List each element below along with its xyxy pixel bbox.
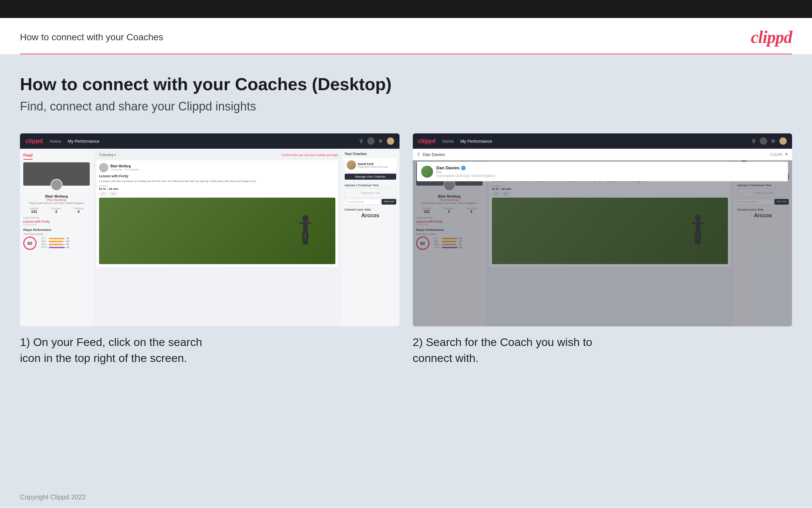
post-duration: Duration 01 hr : 30 min <box>99 184 335 190</box>
trackman-input-1[interactable]: Trackman Link <box>345 199 381 205</box>
user-avatar-icon-2 <box>779 137 787 145</box>
post-title: Lesson with Fordy <box>99 174 335 178</box>
activity-date: 03 Aug 2022 <box>23 223 90 225</box>
clear-button[interactable]: CLEAR <box>770 153 782 156</box>
upload-section-2: Upload a Trackman Test Trackman Link Tra… <box>737 184 789 205</box>
profile-handicap: Plus Handicap <box>23 198 90 202</box>
svg-rect-9 <box>700 222 704 224</box>
svg-rect-10 <box>694 232 698 245</box>
coaches-title-1: Your Coaches <box>345 152 396 156</box>
mock-logo-2: clippd <box>418 138 436 145</box>
bar-ott: OTT 90 <box>41 237 69 240</box>
golfer-image-2 <box>492 198 728 264</box>
control-link[interactable]: Control who can see your activity and da… <box>282 153 338 157</box>
post-date: Yesterday · Sunningdale <box>110 168 139 171</box>
post-tags-2: OTT APP <box>492 192 728 196</box>
profile-hero <box>23 162 90 186</box>
svg-point-0 <box>302 215 308 221</box>
close-search-button[interactable]: × <box>785 152 788 157</box>
post-header: Blair McHarg Yesterday · Sunningdale <box>99 163 335 172</box>
activities-label: Activities <box>30 207 39 210</box>
result-avatar <box>421 166 433 178</box>
following-value: 4 <box>74 210 84 214</box>
search-icon[interactable]: ⚲ <box>359 138 363 144</box>
settings-icon: ⚙ <box>379 138 383 144</box>
followers-value: 3 <box>51 210 61 214</box>
golfer-silhouette-2 <box>678 204 718 264</box>
profile-name: Blair McHarg <box>23 194 90 198</box>
post-image <box>99 198 335 264</box>
svg-rect-5 <box>305 232 309 245</box>
user-avatar-icon <box>387 137 394 145</box>
player-performance-2: Player Performance Total Player Quality … <box>416 228 483 250</box>
mock-nav-home: Home <box>50 139 61 144</box>
add-link-btn-1[interactable]: Add Link <box>382 199 396 205</box>
search-icon-2[interactable]: ⚲ <box>752 138 756 144</box>
feed-tab[interactable]: Feed <box>23 153 33 160</box>
activity-name-2: Lesson with Fordy <box>416 220 483 223</box>
trackman-input-row-2: Trackman Link Add Link <box>737 199 789 205</box>
stat-following-2: Following 4 <box>466 207 476 214</box>
screenshot-panel-2: clippd Home My Performance ⚲ ⚙ ⚲ Dan Dav… <box>413 133 793 366</box>
search-overlay: ⚲ Dan Davies CLEAR × Dan Davies ✓ Pro <box>413 149 793 183</box>
profile-icon-2 <box>760 137 767 145</box>
following-button[interactable]: Following ▾ <box>96 152 119 158</box>
activity-name: Lesson with Fordy <box>23 220 90 223</box>
bar-arg: ARG 86 <box>41 243 69 246</box>
add-link-btn-2: Add Link <box>774 199 789 205</box>
search-input[interactable]: Dan Davies <box>423 152 767 157</box>
mock-nav-icons-2: ⚲ ⚙ <box>752 137 787 145</box>
svg-point-6 <box>695 215 701 221</box>
svg-rect-1 <box>303 221 307 233</box>
main-content: How to connect with your Coaches (Deskto… <box>0 54 812 487</box>
screenshots-row: clippd Home My Performance ⚲ ⚙ Feed <box>20 133 792 366</box>
post-name: Blair McHarg <box>110 164 139 168</box>
connect-title-2: Connect your data <box>737 208 789 211</box>
total-pq-label-2: Total Player Quality <box>416 233 483 235</box>
footer: Copyright Clippd 2022 <box>0 487 812 508</box>
post-text: Looking to feel like my hands are exitin… <box>99 179 335 183</box>
page-heading: How to connect with your Coaches (Deskto… <box>20 74 792 94</box>
total-pq-label: Total Player Quality <box>23 233 90 235</box>
mock-body-1: Feed Blair McHarg Plus Handicap Royal No… <box>20 149 399 326</box>
profile-handicap-2: Plus Handicap <box>416 198 483 202</box>
profile-icon <box>367 137 375 145</box>
trackman-box-1: Trackman Link <box>345 188 396 198</box>
search-bar-icon: ⚲ <box>417 152 420 157</box>
result-name: Dan Davies <box>436 165 460 170</box>
svg-rect-2 <box>299 221 303 224</box>
page-title: How to connect with your Coaches <box>20 32 163 43</box>
manage-coaches-btn-1[interactable]: Manage Your Coaches <box>345 174 396 180</box>
latest-activity-label: Latest Activity <box>23 216 90 219</box>
golfer-image <box>99 198 335 264</box>
bar-ott-2: OTT 90 <box>434 237 462 240</box>
bar-putt-2: PUTT 96 <box>434 246 462 249</box>
screenshot-mock-2: clippd Home My Performance ⚲ ⚙ ⚲ Dan Dav… <box>413 133 793 326</box>
bar-putt: PUTT 96 <box>41 246 69 249</box>
post-avatar <box>99 163 108 172</box>
profile-stats: Activities 131 Followers 3 Following 4 <box>23 207 90 214</box>
upload-title-1: Upload a Trackman Test <box>345 184 396 187</box>
post-duration-2: Duration 01 hr : 30 min <box>492 184 728 190</box>
mock-nav-2: clippd Home My Performance ⚲ ⚙ <box>413 133 793 149</box>
top-bar <box>0 0 812 18</box>
mock-left-panel-1: Feed Blair McHarg Plus Handicap Royal No… <box>20 149 93 326</box>
trackman-input-row-1: Trackman Link Add Link <box>345 199 396 205</box>
latest-activity-2: Latest Activity <box>416 216 483 219</box>
verified-badge: ✓ <box>461 166 466 170</box>
profile-club-2: Royal North Devon Golf Club, United King… <box>416 202 483 205</box>
step2-label: 2) Search for the Coach you wish toconne… <box>413 334 793 366</box>
trackman-input-2: Trackman Link <box>737 199 773 205</box>
svg-rect-7 <box>696 221 700 233</box>
result-info: Dan Davies ✓ Pro Sunningdale Golf Club, … <box>436 165 495 178</box>
post-card: Blair McHarg Yesterday · Sunningdale Les… <box>96 160 338 267</box>
search-result[interactable]: Dan Davies ✓ Pro Sunningdale Golf Club, … <box>417 162 789 181</box>
mock-middle-panel-1: Following ▾ Control who can see your act… <box>93 149 341 326</box>
step1-label: 1) On your Feed, click on the searchicon… <box>20 334 399 366</box>
tag-app-2: APP <box>502 192 511 196</box>
coach-card-1: David Ford Royal North Devon Golf Club <box>345 158 396 172</box>
stat-activities: Activities 131 <box>30 207 39 214</box>
svg-rect-3 <box>307 222 311 224</box>
perf-title: Player Performance <box>23 228 90 231</box>
upload-title-2: Upload a Trackman Test <box>737 184 789 187</box>
